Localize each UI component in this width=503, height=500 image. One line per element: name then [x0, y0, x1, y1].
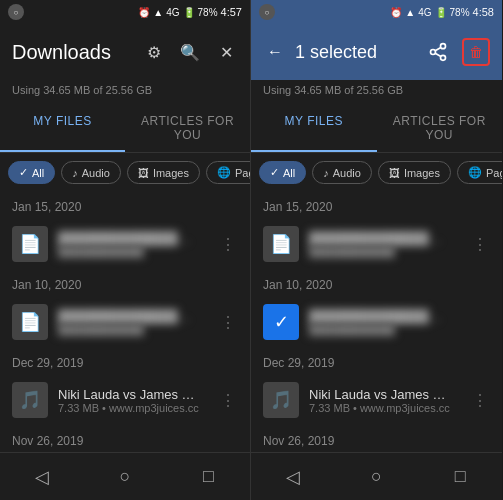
file-meta: ███████████ — [58, 246, 208, 258]
clock: 4:57 — [221, 6, 242, 18]
battery-text-right: 78% — [450, 7, 470, 18]
file-thumbnail: 📄 — [12, 226, 48, 262]
tab-bar-right: MY FILES ARTICLES FOR YOU — [251, 104, 502, 153]
storage-info-right: Using 34.65 MB of 25.56 GB — [251, 80, 502, 104]
tab-articles[interactable]: ARTICLES FOR YOU — [125, 104, 250, 152]
date-header-jan15-r: Jan 15, 2020 — [251, 192, 502, 218]
date-header-jan15: Jan 15, 2020 — [0, 192, 250, 218]
trash-icon: 🗑 — [469, 44, 483, 60]
more-options-icon-r1[interactable]: ⋮ — [470, 234, 490, 254]
more-options-icon[interactable]: ⋮ — [218, 312, 238, 332]
doc-icon: 📄 — [19, 233, 41, 255]
check-icon-right: ✓ — [270, 166, 279, 179]
signal-text: 4G — [166, 7, 179, 18]
file-info-r1: ████████████████ ███████████ — [309, 231, 460, 258]
battery-text: 78% — [198, 7, 218, 18]
status-right-icons: ⏰ ▲ 4G 🔋 78% 4:57 — [138, 6, 242, 18]
file-name-r2: ████████████████ — [309, 309, 449, 324]
file-info-audio: Niki Lauda vs James Hunt J... 7.33 MB • … — [58, 387, 208, 414]
status-left-icons-right: ○ — [259, 4, 275, 20]
svg-point-0 — [441, 44, 446, 49]
file-thumbnail-audio-r: 🎵 — [263, 382, 299, 418]
svg-line-3 — [435, 53, 441, 56]
date-header-nov26-r: Nov 26, 2019 — [251, 426, 502, 452]
share-icon[interactable] — [426, 40, 450, 64]
tab-bar: MY FILES ARTICLES FOR YOU — [0, 104, 250, 153]
file-item-audio[interactable]: 🎵 Niki Lauda vs James Hunt J... 7.33 MB … — [0, 374, 250, 426]
chip-pages[interactable]: 🌐 Pag — [206, 161, 250, 184]
clock-right: 4:58 — [473, 6, 494, 18]
doc-icon-r1: 📄 — [270, 233, 292, 255]
audio-icon: ♪ — [72, 167, 78, 179]
file-name-r1: ████████████████ — [309, 231, 449, 246]
date-header-jan10: Jan 10, 2020 — [0, 270, 250, 296]
selection-actions: 🗑 — [426, 38, 490, 66]
close-icon[interactable]: ✕ — [214, 40, 238, 64]
file-item-audio-r[interactable]: 🎵 Niki Lauda vs James Hunt J... 7.33 MB … — [251, 374, 502, 426]
chip-audio[interactable]: ♪ Audio — [61, 161, 121, 184]
file-name: ████████████████ — [58, 309, 198, 324]
storage-info: Using 34.65 MB of 25.56 GB — [0, 80, 250, 104]
more-options-icon[interactable]: ⋮ — [218, 390, 238, 410]
chip-images-right[interactable]: 🖼 Images — [378, 161, 451, 184]
file-item-r1[interactable]: 📄 ████████████████ ███████████ ⋮ — [251, 218, 502, 270]
selected-checkmark: ✓ — [274, 311, 289, 333]
chip-images[interactable]: 🖼 Images — [127, 161, 200, 184]
alarm-icon-right: ⏰ — [390, 7, 402, 18]
audio-icon-right: ♪ — [323, 167, 329, 179]
chip-all[interactable]: ✓ All — [8, 161, 55, 184]
back-nav-button[interactable]: ◁ — [22, 457, 62, 497]
delete-button[interactable]: 🗑 — [462, 38, 490, 66]
search-icon[interactable]: 🔍 — [178, 40, 202, 64]
chip-audio-right[interactable]: ♪ Audio — [312, 161, 372, 184]
nav-bar-right: ◁ ○ □ — [251, 452, 502, 500]
file-thumbnail: 📄 — [12, 304, 48, 340]
left-panel: ○ ⏰ ▲ 4G 🔋 78% 4:57 Downloads ⚙ 🔍 ✕ Usin… — [0, 0, 251, 500]
recents-nav-button-r[interactable]: □ — [440, 457, 480, 497]
chip-pages-right[interactable]: 🌐 Pag — [457, 161, 502, 184]
back-icon[interactable]: ← — [263, 40, 287, 64]
file-meta: ███████████ — [58, 324, 208, 336]
notification-icon: ○ — [8, 4, 24, 20]
doc-icon: 📄 — [19, 311, 41, 333]
file-thumbnail-audio: 🎵 — [12, 382, 48, 418]
date-header-jan10-r: Jan 10, 2020 — [251, 270, 502, 296]
tab-my-files-right[interactable]: MY FILES — [251, 104, 377, 152]
downloads-header: Downloads ⚙ 🔍 ✕ — [0, 24, 250, 80]
file-name-audio-r: Niki Lauda vs James Hunt J... — [309, 387, 449, 402]
home-nav-button-r[interactable]: ○ — [356, 457, 396, 497]
file-name: ████████████████ — [58, 231, 198, 246]
audio-file-icon-r: 🎵 — [270, 389, 292, 411]
selection-title: 1 selected — [295, 42, 426, 63]
more-options-icon[interactable]: ⋮ — [218, 234, 238, 254]
right-panel: ○ ⏰ ▲ 4G 🔋 78% 4:58 ← 1 selected 🗑 — [251, 0, 502, 500]
tab-my-files[interactable]: MY FILES — [0, 104, 125, 152]
file-item[interactable]: 📄 ████████████████ ███████████ ⋮ — [0, 296, 250, 348]
file-thumbnail-r2: ✓ — [263, 304, 299, 340]
status-bar-left: ○ ⏰ ▲ 4G 🔋 78% 4:57 — [0, 0, 250, 24]
filter-chips: ✓ All ♪ Audio 🖼 Images 🌐 Pag — [0, 153, 250, 192]
file-meta-audio-r: 7.33 MB • www.mp3juices.cc — [309, 402, 460, 414]
file-list-right: Jan 15, 2020 📄 ████████████████ ████████… — [251, 192, 502, 452]
battery-icon: 🔋 — [183, 7, 195, 18]
tab-articles-right[interactable]: ARTICLES FOR YOU — [377, 104, 503, 152]
file-item-r2-selected[interactable]: ✓ ████████████████ ███████████ — [251, 296, 502, 348]
settings-icon[interactable]: ⚙ — [142, 40, 166, 64]
file-list-left: Jan 15, 2020 📄 ████████████████ ████████… — [0, 192, 250, 452]
signal-icon: ▲ — [153, 7, 163, 18]
audio-file-icon: 🎵 — [19, 389, 41, 411]
image-icon: 🖼 — [138, 167, 149, 179]
filter-chips-right: ✓ All ♪ Audio 🖼 Images 🌐 Pag — [251, 153, 502, 192]
battery-icon-right: 🔋 — [435, 7, 447, 18]
more-options-icon-audio-r[interactable]: ⋮ — [470, 390, 490, 410]
file-name-audio: Niki Lauda vs James Hunt J... — [58, 387, 198, 402]
file-thumbnail-r1: 📄 — [263, 226, 299, 262]
recents-nav-button[interactable]: □ — [188, 457, 228, 497]
chip-all-right[interactable]: ✓ All — [259, 161, 306, 184]
file-item[interactable]: 📄 ████████████████ ███████████ ⋮ — [0, 218, 250, 270]
svg-point-1 — [431, 50, 436, 55]
status-left-icons: ○ — [8, 4, 24, 20]
home-nav-button[interactable]: ○ — [105, 457, 145, 497]
back-nav-button-r[interactable]: ◁ — [273, 457, 313, 497]
signal-icon-right: ▲ — [405, 7, 415, 18]
